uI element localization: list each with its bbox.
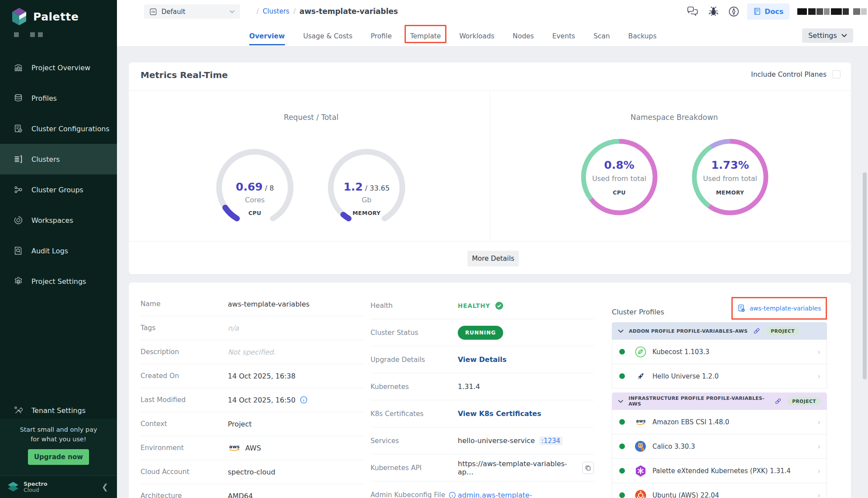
include-control-planes-checkbox[interactable] (832, 70, 841, 78)
profile-doc-icon (737, 304, 746, 313)
detail-row-kubernetes-api: Kubernetes API https://aws-template-vari… (371, 454, 594, 481)
cpu-request-value: 0.69 (236, 181, 263, 193)
settings-dropdown-button[interactable]: Settings (802, 28, 853, 43)
detail-row-tags: Tags n/a (141, 316, 364, 340)
layers-icon (13, 93, 24, 103)
page-scrollbar[interactable] (863, 172, 867, 379)
cpu-donut-caption: Used from total (578, 174, 661, 183)
chat-icon[interactable] (687, 6, 698, 17)
detail-value: aws-template-variables (228, 300, 309, 308)
detail-label: Description (141, 348, 228, 356)
detail-label: Health (371, 302, 458, 310)
detail-label: Created On (141, 372, 228, 380)
project-badge: PROJECT (787, 397, 821, 406)
tab-backups[interactable]: Backups (628, 29, 657, 45)
sidebar-item-cluster-groups[interactable]: Cluster Groups (0, 174, 117, 205)
info-icon[interactable] (300, 396, 308, 404)
tab-workloads[interactable]: Workloads (459, 29, 494, 45)
palette-logo-icon (10, 7, 28, 26)
profile-item-hello-universe[interactable]: Hello Universe 1.2.0 › (612, 364, 827, 389)
status-dot (619, 468, 625, 474)
detail-value: AMD64 (228, 492, 253, 498)
addon-profile-header[interactable]: ADDON PROFILE PROFILE-VARIABLES-AWS PROJ… (612, 322, 827, 340)
tab-template[interactable]: Template (410, 29, 441, 45)
detail-row-architecture: Architecture AMD64 (141, 484, 364, 498)
bug-icon[interactable] (708, 6, 719, 17)
detail-value: Project (228, 420, 252, 428)
tab-overview[interactable]: Overview (249, 29, 285, 45)
infrastructure-profile-header[interactable]: INFRASTRUCTURE PROFILE PROFILE-VARIABLES… (612, 392, 827, 410)
sidebar-item-label: Clusters (31, 155, 60, 164)
chevron-right-icon: › (817, 372, 820, 381)
chart-icon (13, 62, 24, 73)
tab-events[interactable]: Events (552, 29, 575, 45)
sidebar-item-cluster-configurations[interactable]: Cluster Configurations (0, 113, 117, 144)
detail-label: Kubernetes (371, 383, 458, 391)
chevron-right-icon: › (817, 418, 820, 426)
cluster-details-card: Name aws-template-variables Tags n/a Des… (129, 283, 851, 498)
upgrade-now-button[interactable]: Upgrade now (28, 449, 89, 465)
kubeconfig-file-link[interactable]: admin.aws-template- (458, 491, 532, 498)
dot (38, 32, 43, 37)
sidebar-item-label: Project Settings (31, 277, 86, 286)
sidebar-item-project-settings[interactable]: Project Settings (0, 266, 117, 297)
check-circle-icon (495, 301, 504, 310)
memory-donut-label: MEMORY (689, 189, 772, 196)
profile-item-pxk[interactable]: Palette eXtended Kubernetes (PXK) 1.31.4… (612, 459, 827, 483)
sidebar-item-clusters[interactable]: Clusters (0, 144, 117, 174)
detail-label: K8s Certificates (371, 410, 458, 418)
detail-row-kubernetes: Kubernetes 1.31.4 (371, 373, 594, 400)
detail-row-last-modified: Last Modified 14 Oct 2025, 16:50 (141, 388, 364, 412)
profile-item-amazon-ebs-csi[interactable]: aws Amazon EBS CSI 1.48.0 › (612, 410, 827, 434)
tools-icon (13, 405, 24, 416)
service-port-link[interactable]: :1234 (539, 437, 563, 445)
network-icon (13, 184, 24, 195)
cluster-profile-link[interactable]: aws-template-variables (749, 305, 821, 312)
tab-usage-costs[interactable]: Usage & Costs (303, 29, 353, 45)
tab-nodes[interactable]: Nodes (513, 29, 534, 45)
detail-label: Cloud Account (141, 468, 228, 476)
book-icon (753, 7, 761, 15)
docs-button[interactable]: Docs (747, 3, 789, 20)
sidebar-item-workspaces[interactable]: Workspaces (0, 205, 117, 235)
memory-gauge-unit: Gb (325, 196, 408, 204)
sidebar-item-profiles[interactable]: Profiles (0, 83, 117, 113)
view-k8s-certificates-link[interactable]: View K8s Certificates (458, 409, 541, 418)
detail-row-created-on: Created On 14 Oct 2025, 16:38 (141, 364, 364, 388)
project-selector-dropdown[interactable]: Default (144, 4, 240, 19)
profile-item-kubecost[interactable]: Kubecost 1.103.3 › (612, 340, 827, 364)
tab-profile[interactable]: Profile (371, 29, 391, 45)
sidebar-item-label: Cluster Groups (31, 186, 83, 194)
status-dot (619, 349, 625, 355)
environment-value: AWS (245, 444, 261, 452)
sidebar-item-project-overview[interactable]: Project Overview (0, 52, 117, 83)
admin-kubeconfig-label: Admin Kubeconfig File (371, 491, 445, 498)
breadcrumb-clusters-link[interactable]: Clusters (263, 7, 289, 15)
audit-search-icon (13, 246, 24, 256)
kubernetes-api-value: https://aws-template-variables-ap… (458, 460, 594, 476)
running-status-badge[interactable]: RUNNING (458, 326, 503, 340)
sidebar-item-label: Workspaces (31, 216, 73, 225)
include-control-planes: Include Control Planes (751, 70, 841, 78)
info-icon[interactable] (449, 491, 456, 498)
redacted-username[interactable] (797, 8, 867, 15)
more-details-button[interactable]: More Details (467, 251, 519, 266)
cpu-gauge-unit: Cores (213, 196, 296, 204)
profile-item-ubuntu[interactable]: Ubuntu (AWS) 22.04 › (612, 483, 827, 498)
topbar-actions: Docs (687, 0, 868, 23)
tab-scan[interactable]: Scan (594, 29, 610, 45)
cpu-donut-label: CPU (578, 189, 661, 196)
compass-icon[interactable] (728, 6, 739, 17)
detail-row-admin-kubeconfig: Admin Kubeconfig File admin.aws-template… (371, 481, 594, 498)
copy-icon[interactable] (582, 462, 594, 474)
detail-label: Services (371, 437, 458, 445)
memory-gauge: 1.2 / 33.65 Gb MEMORY (325, 146, 408, 229)
sidebar-item-audit-logs[interactable]: Audit Logs (0, 235, 117, 266)
profile-item-calico[interactable]: Calico 3.30.3 › (612, 434, 827, 459)
collapse-sidebar-icon[interactable]: ❮ (102, 482, 108, 491)
cpu-total-value: / 8 (265, 184, 274, 192)
topbar: Default / Clusters / aws-template-variab… (117, 0, 868, 47)
detail-row-description: Description Not specified. (141, 340, 364, 364)
view-details-link[interactable]: View Details (458, 355, 507, 364)
metrics-realtime-card: Metrics Real-Time Include Control Planes… (129, 62, 851, 274)
